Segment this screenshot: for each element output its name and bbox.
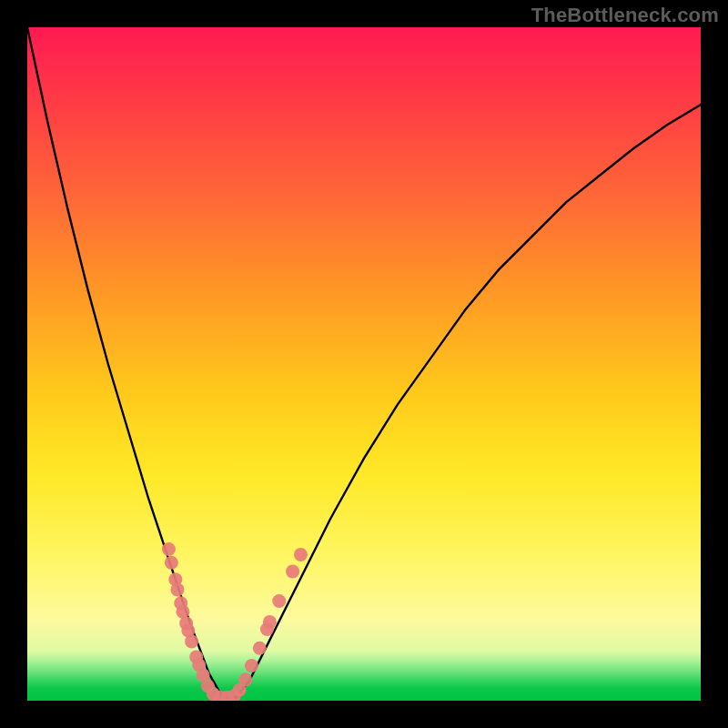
axis-right-mask <box>701 27 728 701</box>
marker-dot <box>294 548 308 561</box>
marker-dot <box>253 642 267 655</box>
marker-dot <box>185 634 198 648</box>
bottleneck-curve <box>27 27 701 697</box>
marker-dot <box>286 564 299 578</box>
watermark-text: TheBottleneck.com <box>531 4 719 27</box>
marker-group <box>162 542 308 701</box>
chart-frame: TheBottleneck.com <box>0 0 728 728</box>
marker-dot <box>162 542 176 556</box>
marker-dot <box>238 673 252 687</box>
marker-dot <box>272 594 286 608</box>
marker-dot <box>263 615 277 629</box>
marker-dot <box>171 582 185 596</box>
marker-dot <box>165 556 178 570</box>
plot-area <box>27 27 701 701</box>
curve-layer <box>27 27 701 701</box>
marker-dot <box>245 659 258 672</box>
